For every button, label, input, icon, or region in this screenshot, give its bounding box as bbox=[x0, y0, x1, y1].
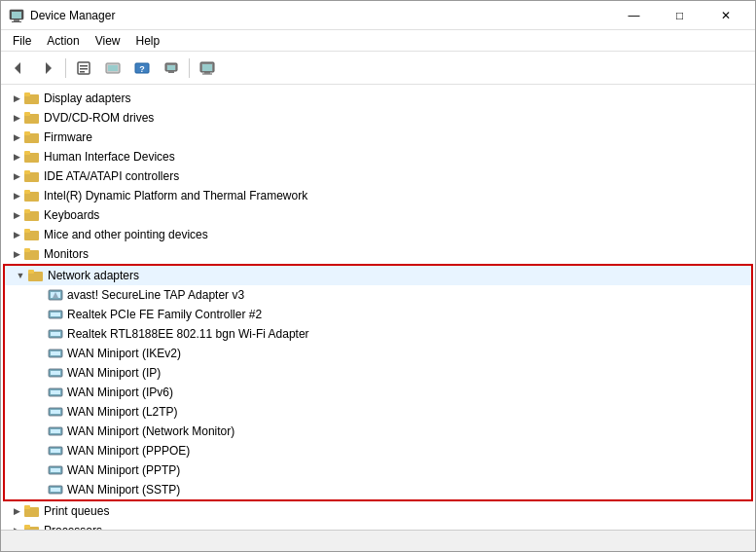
wan-ipv6-label: WAN Miniport (IPv6) bbox=[67, 386, 173, 399]
tree-item-wan-l2tp[interactable]: WAN Miniport (L2TP) bbox=[5, 402, 751, 422]
svg-rect-37 bbox=[24, 229, 30, 233]
wan-ikev2-label: WAN Miniport (IKEv2) bbox=[67, 347, 181, 360]
processors-folder-icon bbox=[24, 523, 40, 530]
forward-button[interactable] bbox=[34, 55, 61, 82]
svg-rect-41 bbox=[28, 270, 34, 274]
expand-ide[interactable]: ▶ bbox=[9, 168, 24, 184]
expand-print[interactable]: ▶ bbox=[9, 503, 24, 519]
dvd-folder-icon bbox=[24, 110, 40, 126]
tree-item-wan-ip[interactable]: WAN Miniport (IP) bbox=[5, 363, 751, 383]
svg-rect-46 bbox=[51, 313, 60, 316]
network-folder-icon bbox=[28, 268, 44, 283]
expand-firmware[interactable]: ▶ bbox=[9, 129, 24, 145]
update-driver-button[interactable] bbox=[99, 55, 126, 82]
tree-item-mice[interactable]: ▶ Mice and other pointing devices bbox=[1, 225, 755, 244]
tree-item-ide[interactable]: ▶ IDE ATA/ATAPI controllers bbox=[1, 166, 755, 186]
svg-rect-9 bbox=[80, 71, 85, 73]
keyboards-folder-icon bbox=[24, 207, 40, 223]
svg-rect-19 bbox=[204, 72, 210, 74]
tree-item-wan-pptp[interactable]: WAN Miniport (PPTP) bbox=[5, 460, 751, 480]
wan-sstp-placeholder bbox=[32, 482, 48, 497]
menu-file[interactable]: File bbox=[5, 32, 39, 50]
svg-rect-23 bbox=[24, 92, 30, 96]
menu-view[interactable]: View bbox=[88, 32, 128, 50]
tree-item-wan-ikev2[interactable]: WAN Miniport (IKEv2) bbox=[5, 344, 751, 363]
wan-sstp-icon bbox=[48, 482, 63, 497]
svg-marker-4 bbox=[15, 62, 20, 74]
tree-item-processors[interactable]: ▶ Processors bbox=[1, 521, 755, 530]
wan-netmon-placeholder bbox=[32, 423, 48, 439]
tree-item-monitors[interactable]: ▶ Monitors bbox=[1, 244, 755, 264]
svg-rect-68 bbox=[24, 525, 30, 529]
wan-ipv6-icon bbox=[48, 385, 63, 400]
realtek-rtl-label: Realtek RTL8188EE 802.11 bgn Wi-Fi Adapt… bbox=[67, 327, 309, 341]
expand-network[interactable]: ▼ bbox=[13, 268, 28, 283]
mice-folder-icon bbox=[24, 227, 40, 242]
monitor-button[interactable] bbox=[194, 55, 221, 82]
wan-netmon-icon bbox=[48, 423, 63, 439]
back-button[interactable] bbox=[5, 55, 32, 82]
svg-rect-48 bbox=[51, 332, 60, 336]
close-button[interactable]: ✕ bbox=[703, 1, 747, 30]
tree-item-dvd[interactable]: ▶ DVD/CD-ROM drives bbox=[1, 108, 755, 128]
minimize-button[interactable]: — bbox=[612, 1, 656, 30]
tree-item-avast[interactable]: avast! SecureLine TAP Adapter v3 bbox=[5, 285, 751, 305]
svg-rect-18 bbox=[202, 64, 212, 71]
svg-rect-31 bbox=[24, 170, 30, 174]
svg-rect-16 bbox=[168, 71, 174, 73]
wan-pptp-placeholder bbox=[32, 462, 48, 478]
menu-help[interactable]: Help bbox=[128, 32, 168, 50]
tree-item-display[interactable]: ▶ Display adapters bbox=[1, 89, 755, 108]
tree-item-wan-pppoe[interactable]: WAN Miniport (PPPOE) bbox=[5, 441, 751, 460]
tree-item-firmware[interactable]: ▶ Firmware bbox=[1, 128, 755, 147]
device-tree[interactable]: ▶ Display adapters ▶ DVD/CD-ROM drives ▶ bbox=[1, 85, 755, 530]
tree-item-network[interactable]: ▼ Network adapters bbox=[5, 266, 751, 285]
monitors-folder-icon bbox=[24, 246, 40, 262]
maximize-button[interactable]: □ bbox=[658, 1, 702, 30]
wan-ikev2-placeholder bbox=[32, 346, 48, 361]
svg-rect-58 bbox=[51, 429, 60, 433]
tree-item-realtek-pcie[interactable]: Realtek PCIe FE Family Controller #2 bbox=[5, 305, 751, 324]
expand-dvd[interactable]: ▶ bbox=[9, 110, 24, 126]
expand-keyboards[interactable]: ▶ bbox=[9, 207, 24, 223]
tree-item-hid[interactable]: ▶ Human Interface Devices bbox=[1, 147, 755, 166]
wan-sstp-label: WAN Miniport (SSTP) bbox=[67, 483, 180, 497]
svg-rect-64 bbox=[51, 488, 60, 492]
status-bar bbox=[1, 530, 755, 551]
expand-mice[interactable]: ▶ bbox=[9, 227, 24, 242]
menu-action[interactable]: Action bbox=[39, 32, 87, 50]
tree-item-keyboards[interactable]: ▶ Keyboards bbox=[1, 205, 755, 225]
tree-item-wan-netmon[interactable]: WAN Miniport (Network Monitor) bbox=[5, 422, 751, 441]
svg-rect-15 bbox=[167, 65, 175, 70]
keyboards-label: Keyboards bbox=[44, 208, 99, 222]
wan-ip-placeholder bbox=[32, 365, 48, 381]
help-button[interactable]: ? bbox=[128, 55, 156, 82]
tree-item-intel[interactable]: ▶ Intel(R) Dynamic Platform and Thermal … bbox=[1, 186, 755, 205]
wan-l2tp-placeholder bbox=[32, 404, 48, 420]
realtek-pcie-label: Realtek PCIe FE Family Controller #2 bbox=[67, 308, 262, 321]
display-label: Display adapters bbox=[44, 92, 130, 105]
network-label: Network adapters bbox=[48, 269, 139, 282]
wan-l2tp-label: WAN Miniport (L2TP) bbox=[67, 405, 178, 419]
expand-processors[interactable]: ▶ bbox=[9, 523, 24, 530]
device-manager-window: Device Manager — □ ✕ File Action View He… bbox=[0, 0, 756, 552]
wan-ikev2-icon bbox=[48, 346, 63, 361]
expand-display[interactable]: ▶ bbox=[9, 91, 24, 106]
svg-rect-66 bbox=[24, 505, 30, 509]
tree-item-wan-ipv6[interactable]: WAN Miniport (IPv6) bbox=[5, 383, 751, 402]
avast-label: avast! SecureLine TAP Adapter v3 bbox=[67, 288, 244, 302]
main-content: ▶ Display adapters ▶ DVD/CD-ROM drives ▶ bbox=[1, 85, 755, 530]
firmware-label: Firmware bbox=[44, 130, 92, 144]
tree-item-print[interactable]: ▶ Print queues bbox=[1, 501, 755, 521]
tree-item-wan-sstp[interactable]: WAN Miniport (SSTP) bbox=[5, 480, 751, 499]
tree-item-realtek-rtl[interactable]: Realtek RTL8188EE 802.11 bgn Wi-Fi Adapt… bbox=[5, 324, 751, 344]
expand-intel[interactable]: ▶ bbox=[9, 188, 24, 203]
wan-l2tp-icon bbox=[48, 404, 63, 420]
wan-netmon-label: WAN Miniport (Network Monitor) bbox=[67, 424, 234, 438]
svg-rect-52 bbox=[51, 371, 60, 375]
expand-monitors[interactable]: ▶ bbox=[9, 246, 24, 262]
device-type-button[interactable] bbox=[158, 55, 185, 82]
monitors-label: Monitors bbox=[44, 247, 89, 261]
properties-button[interactable] bbox=[70, 55, 97, 82]
expand-hid[interactable]: ▶ bbox=[9, 149, 24, 165]
